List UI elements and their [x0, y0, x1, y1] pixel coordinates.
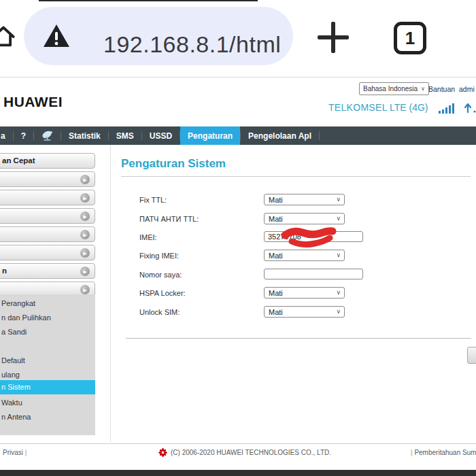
sidebar-accordion-5[interactable]: ▶: [0, 245, 95, 260]
nav-label: ?: [21, 131, 26, 141]
select-value: Mati: [269, 289, 283, 297]
satellite-dish-icon: [41, 131, 54, 141]
submenu-item-ulang[interactable]: ulang: [0, 368, 95, 381]
sidebar-button-label: an Cepat: [2, 156, 35, 165]
main-nav: a ? Statistik SMS USSD Pengaturan Pengel…: [0, 126, 476, 145]
network-type: LTE (4G): [390, 102, 428, 113]
hspa-locker-select[interactable]: Mati ∨: [264, 287, 345, 299]
select-value: Mati: [269, 252, 283, 260]
expand-arrow-icon: ▶: [80, 193, 90, 203]
form-row: ПАТЧ АНТИ TTL: Mati ∨: [121, 213, 475, 225]
form-row: Unlock SIM: Mati ∨: [121, 306, 475, 318]
field-label-imei: IMEI:: [139, 233, 157, 241]
user-name[interactable]: admi: [459, 85, 475, 93]
submenu-item-sandi[interactable]: a Sandi: [0, 325, 95, 339]
form-row: Nomor saya:: [121, 269, 475, 281]
field-label-fixing-imei: Fixing IMEI:: [139, 252, 179, 260]
nav-label: USSD: [150, 131, 172, 141]
huawei-logo: HUAWEI: [3, 94, 63, 110]
expand-arrow-icon: ▶: [80, 211, 90, 221]
nav-item-sms[interactable]: SMS: [109, 126, 141, 145]
unlock-sim-select[interactable]: Mati ∨: [264, 306, 345, 318]
divider: [126, 338, 471, 339]
sidebar-accordion-4[interactable]: ▶: [0, 226, 95, 242]
nav-item-home[interactable]: a: [0, 126, 13, 145]
expand-arrow-icon: ▶: [80, 285, 90, 294]
select-value: Mati: [269, 196, 283, 204]
form-row: HSPA Locker: Mati ∨: [121, 287, 475, 299]
submenu-item-sistem[interactable]: n Sistem: [0, 380, 95, 394]
sidebar-button-label: n: [2, 267, 7, 275]
chevron-down-icon: ∨: [336, 252, 341, 258]
sidebar-accordion-2[interactable]: ▶: [0, 190, 95, 205]
bottom-edge-bar: [0, 470, 476, 476]
apply-button-cut[interactable]: [467, 347, 476, 364]
patch-anti-ttl-select[interactable]: Mati ∨: [264, 213, 345, 224]
expand-arrow-icon: ▶: [80, 267, 90, 276]
nomor-saya-input[interactable]: [264, 269, 363, 279]
field-label-hspa-locker: HSPA Locker:: [139, 289, 186, 297]
tab-count-label: 1: [405, 28, 415, 49]
huawei-flower-icon: [158, 448, 167, 457]
address-bar[interactable]: 192.168.8.1/html: [24, 7, 293, 65]
nav-label: Statistik: [69, 131, 101, 141]
footer-separator: |: [411, 449, 413, 456]
nav-label: a: [1, 131, 5, 141]
help-link[interactable]: Bantuan: [428, 85, 455, 93]
submenu-item-blank[interactable]: [0, 339, 95, 353]
footer-copyright: (C) 2006-2020 HUAWEI TECHNOLOGIES CO., L…: [158, 448, 331, 457]
nav-item-pengaturan[interactable]: Pengaturan: [180, 126, 240, 145]
status-bar-artifact: [39, 0, 258, 1]
field-label-unlock-sim: Unlock SIM:: [139, 308, 180, 316]
fixing-imei-select[interactable]: Mati ∨: [264, 250, 345, 261]
submenu-item-pulihkan[interactable]: n dan Pulihkan: [0, 311, 95, 324]
warning-icon: [42, 23, 71, 49]
sidebar-accordion-6[interactable]: n ▶: [0, 263, 95, 279]
new-tab-icon[interactable]: [316, 20, 351, 55]
nav-item-help[interactable]: ?: [14, 126, 33, 145]
footer-opensource-notice[interactable]: | Pemberitahuan Sum: [411, 449, 476, 456]
nav-label: SMS: [116, 131, 134, 141]
chevron-down-icon: ∨: [336, 289, 341, 296]
nav-item-statistik[interactable]: Statistik: [61, 126, 108, 145]
sidebar-quick-setup-button[interactable]: an Cepat: [0, 153, 95, 169]
submenu-item-antena[interactable]: n Antena: [0, 410, 95, 424]
expand-arrow-icon: ▶: [80, 175, 90, 184]
language-selector[interactable]: Bahasa Indonesia ∨: [359, 82, 429, 95]
url-text[interactable]: 192.168.8.1/html: [103, 31, 281, 58]
field-label-fix-ttl: Fix TTL:: [139, 196, 167, 204]
expand-arrow-icon: ▶: [80, 230, 90, 239]
divider: [0, 77, 476, 78]
footer-notice-label: Pemberitahuan Sum: [414, 449, 476, 456]
nav-item-ussd[interactable]: USSD: [142, 126, 180, 145]
divider: [0, 443, 476, 444]
submenu-item-perangkat[interactable]: Perangkat: [0, 296, 95, 310]
divider: [121, 176, 471, 177]
nav-item-satellite[interactable]: [34, 126, 61, 145]
nav-divider: [319, 131, 320, 140]
imei-input[interactable]: [264, 231, 363, 242]
carrier-name: TELKOMSEL: [328, 102, 388, 113]
footer-separator: |: [25, 449, 27, 456]
select-value: Mati: [269, 308, 283, 316]
footer-copyright-text: (C) 2006-2020 HUAWEI TECHNOLOGIES CO., L…: [171, 449, 331, 456]
signal-bars-icon: [439, 103, 456, 114]
sidebar-submenu: Perangkat n dan Pulihkan a Sandi Default…: [0, 294, 95, 435]
home-icon[interactable]: [0, 24, 16, 49]
page-title: Pengaturan Sistem: [121, 157, 226, 171]
language-value: Bahasa Indonesia: [363, 85, 418, 92]
expand-arrow-icon: ▶: [80, 248, 90, 258]
field-label-nomor-saya: Nomor saya:: [139, 271, 182, 279]
upload-arrow-icon: [464, 102, 476, 113]
sidebar-accordion-3[interactable]: ▶: [0, 208, 95, 224]
field-label-patch-anti-ttl: ПАТЧ АНТИ TTL:: [139, 215, 199, 223]
nav-label: Pengaturan: [188, 131, 233, 141]
fix-ttl-select[interactable]: Mati ∨: [264, 194, 345, 205]
sidebar-accordion-1[interactable]: ▶: [0, 171, 95, 187]
submenu-item-default[interactable]: Default: [0, 354, 95, 367]
tab-counter[interactable]: 1: [394, 22, 426, 54]
footer-privacy[interactable]: Privasi |: [3, 449, 27, 456]
footer-privacy-label: Privasi: [3, 449, 23, 456]
submenu-item-waktu[interactable]: Waktu: [0, 396, 95, 409]
nav-item-pengelolaan-apl[interactable]: Pengelolaan Apl: [241, 126, 319, 145]
